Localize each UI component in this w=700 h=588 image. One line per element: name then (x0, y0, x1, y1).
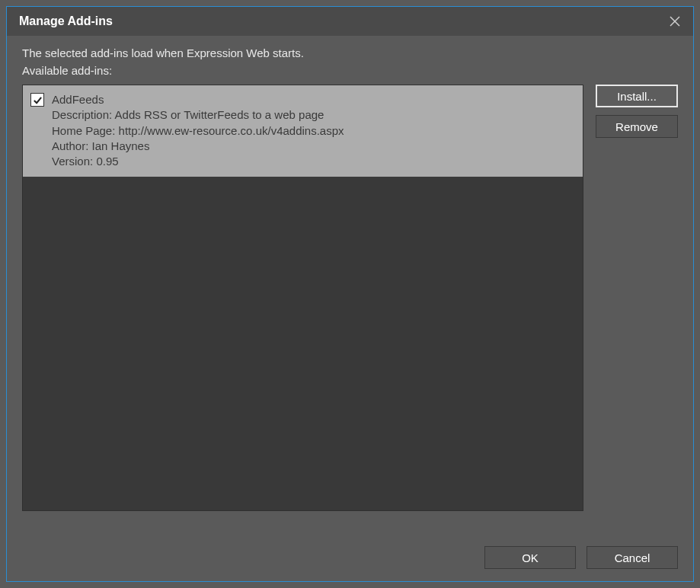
addin-details: AddFeeds Description: Adds RSS or Twitte… (52, 92, 344, 169)
addin-version-label: Version: (52, 155, 93, 168)
close-button[interactable] (666, 12, 684, 30)
side-buttons: Install... Remove (596, 85, 678, 529)
addin-homepage-line: Home Page: http://www.ew-resource.co.uk/… (52, 123, 344, 139)
addin-enable-checkbox[interactable] (30, 93, 44, 107)
install-button[interactable]: Install... (596, 85, 678, 107)
addin-homepage-label: Home Page: (52, 124, 115, 137)
titlebar: Manage Add-ins (7, 7, 693, 36)
remove-button[interactable]: Remove (596, 115, 678, 138)
dialog-body: The selected add-ins load when Expressio… (7, 36, 693, 581)
addin-author-value: Ian Haynes (92, 139, 150, 152)
addins-listbox[interactable]: AddFeeds Description: Adds RSS or Twitte… (22, 85, 583, 511)
addin-name: AddFeeds (52, 92, 344, 107)
checkmark-icon (33, 95, 43, 105)
addin-author-label: Author: (52, 139, 88, 152)
addin-description-value: Adds RSS or TwitterFeeds to a web page (115, 108, 324, 121)
close-icon (670, 16, 680, 27)
dialog-title: Manage Add-ins (19, 14, 113, 28)
addin-version-line: Version: 0.95 (52, 154, 344, 169)
addin-author-line: Author: Ian Haynes (52, 139, 344, 154)
cancel-button[interactable]: Cancel (587, 546, 678, 569)
intro-text: The selected add-ins load when Expressio… (22, 46, 678, 59)
ok-button[interactable]: OK (484, 546, 576, 569)
addin-version-value: 0.95 (96, 155, 118, 168)
addin-homepage-value: http://www.ew-resource.co.uk/v4addins.as… (119, 124, 344, 137)
main-row: AddFeeds Description: Adds RSS or Twitte… (22, 85, 678, 529)
addin-description-label: Description: (52, 108, 112, 121)
addin-list-item[interactable]: AddFeeds Description: Adds RSS or Twitte… (23, 85, 583, 177)
addin-description-line: Description: Adds RSS or TwitterFeeds to… (52, 107, 344, 123)
dialog-footer: OK Cancel (22, 546, 678, 569)
manage-addins-dialog: Manage Add-ins The selected add-ins load… (6, 6, 694, 582)
available-addins-label: Available add-ins: (22, 64, 678, 77)
